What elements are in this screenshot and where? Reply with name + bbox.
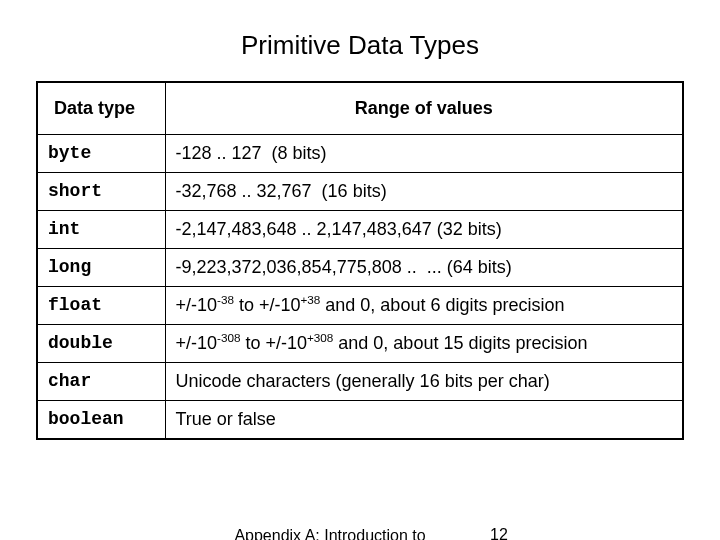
header-range: Range of values: [165, 82, 683, 134]
slide-title: Primitive Data Types: [0, 0, 720, 81]
type-cell: boolean: [37, 400, 165, 439]
range-cell: Unicode characters (generally 16 bits pe…: [165, 362, 683, 400]
type-cell: float: [37, 286, 165, 324]
table-header-row: Data type Range of values: [37, 82, 683, 134]
type-cell: int: [37, 210, 165, 248]
table-row: booleanTrue or false: [37, 400, 683, 439]
table-row: int-2,147,483,648 .. 2,147,483,647 (32 b…: [37, 210, 683, 248]
range-cell: -2,147,483,648 .. 2,147,483,647 (32 bits…: [165, 210, 683, 248]
type-cell: short: [37, 172, 165, 210]
range-cell: -32,768 .. 32,767 (16 bits): [165, 172, 683, 210]
table-container: Data type Range of values byte-128 .. 12…: [0, 81, 720, 440]
type-cell: long: [37, 248, 165, 286]
table-row: double+/-10-308 to +/-10+308 and 0, abou…: [37, 324, 683, 362]
type-cell: double: [37, 324, 165, 362]
data-types-table: Data type Range of values byte-128 .. 12…: [36, 81, 684, 440]
footer-appendix: Appendix A: Introduction to Java: [230, 526, 430, 540]
table-row: short-32,768 .. 32,767 (16 bits): [37, 172, 683, 210]
table-row: charUnicode characters (generally 16 bit…: [37, 362, 683, 400]
type-cell: char: [37, 362, 165, 400]
table-row: float+/-10-38 to +/-10+38 and 0, about 6…: [37, 286, 683, 324]
footer-page-number: 12: [490, 526, 508, 540]
table-row: byte-128 .. 127 (8 bits): [37, 134, 683, 172]
header-data-type: Data type: [37, 82, 165, 134]
range-cell: True or false: [165, 400, 683, 439]
range-cell: +/-10-308 to +/-10+308 and 0, about 15 d…: [165, 324, 683, 362]
range-cell: -128 .. 127 (8 bits): [165, 134, 683, 172]
table-row: long-9,223,372,036,854,775,808 .. ... (6…: [37, 248, 683, 286]
range-cell: -9,223,372,036,854,775,808 .. ... (64 bi…: [165, 248, 683, 286]
type-cell: byte: [37, 134, 165, 172]
range-cell: +/-10-38 to +/-10+38 and 0, about 6 digi…: [165, 286, 683, 324]
